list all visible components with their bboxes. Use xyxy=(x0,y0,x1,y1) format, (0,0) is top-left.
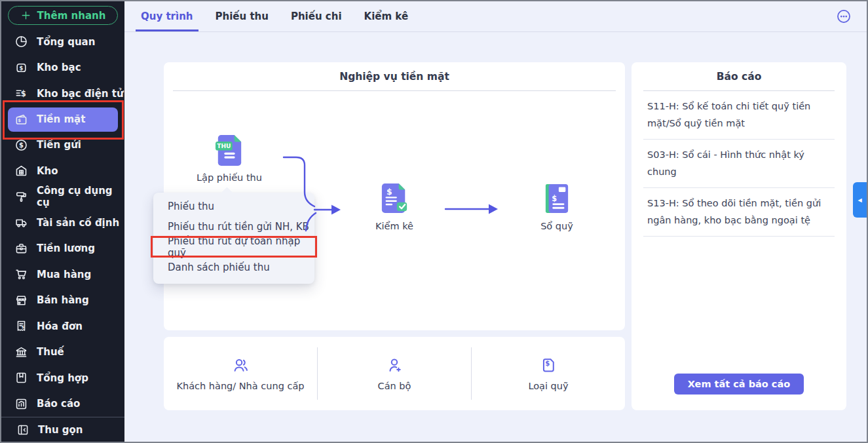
staff-icon xyxy=(386,356,404,374)
tab-quy-trinh[interactable]: Quy trình xyxy=(136,1,198,31)
shortcut-staff[interactable]: Cán bộ xyxy=(318,337,471,410)
report-list: S11-H: Sổ kế toán chi tiết quỹ tiền mặt/… xyxy=(632,91,846,237)
process-panel-title: Nghiệp vụ tiền mặt xyxy=(164,62,625,90)
sidebar-item-cash[interactable]: $Tiền mặt xyxy=(8,107,118,132)
receipt-thu-icon: THU xyxy=(215,134,244,168)
sidebar-nav: Tổng quan$Kho bạc$Kho bạc điện tử$Tiền m… xyxy=(1,29,124,417)
shortcut-label: Cán bộ xyxy=(378,381,411,391)
sidebar-item-label: Kho xyxy=(37,165,58,177)
main-area: Quy trìnhPhiếu thuPhiếu chiKiểm kê Nghiệ… xyxy=(124,1,867,442)
shortcut-label: Loại quỹ xyxy=(528,381,568,391)
tab-bar: Quy trìnhPhiếu thuPhiếu chiKiểm kê xyxy=(136,1,413,31)
flow-node-so-quy[interactable]: $ Sổ quỹ xyxy=(508,183,606,231)
svg-text:THU: THU xyxy=(217,143,231,149)
svg-text:$: $ xyxy=(21,89,26,98)
sidebar-item-label: Công cụ dụng cụ xyxy=(37,185,124,208)
chevron-left-icon: ◀ xyxy=(858,197,861,203)
sidebar-item-label: Tiền gửi xyxy=(37,139,81,151)
sidebar-item-tools[interactable]: Công cụ dụng cụ xyxy=(1,184,124,210)
tax-icon xyxy=(14,345,28,359)
report-item[interactable]: S11-H: Sổ kế toán chi tiết quỹ tiền mặt/… xyxy=(643,91,835,140)
svg-text:$: $ xyxy=(18,118,21,123)
sidebar-item-purchase[interactable]: Mua hàng xyxy=(1,261,124,288)
shortcut-fund-type[interactable]: $Loại quỹ xyxy=(472,337,625,410)
tab-phieu-chi[interactable]: Phiếu chi xyxy=(286,1,347,31)
flow-node-label: Lập phiếu thu xyxy=(197,172,262,183)
general-ledger-icon xyxy=(14,371,28,385)
sidebar-item-treasury[interactable]: $Kho bạc xyxy=(1,55,124,81)
sidebar-item-general-ledger[interactable]: Tổng hợp xyxy=(1,365,124,391)
flow-node-kiem-ke[interactable]: $ Kiểm kê xyxy=(345,183,443,231)
sidebar-item-label: Hóa đơn xyxy=(37,320,83,332)
plus-icon xyxy=(20,10,31,21)
phieu-thu-dropdown: Phiếu thuPhiếu thu rút tiền gửi NH, KBPh… xyxy=(153,193,314,284)
tab-phieu-thu[interactable]: Phiếu thu xyxy=(210,1,274,31)
sidebar-item-label: Kho bạc xyxy=(37,62,81,73)
dropdown-item[interactable]: Phiếu thu xyxy=(153,196,314,216)
customers-icon xyxy=(232,356,250,374)
sidebar-item-label: Mua hàng xyxy=(37,269,91,280)
sidebar-item-label: Tổng hợp xyxy=(37,372,88,384)
flow-node-lap-phieu-thu[interactable]: THU Lập phiếu thu xyxy=(180,134,278,183)
sidebar-item-warehouse[interactable]: Kho xyxy=(1,158,124,184)
dropdown-item[interactable]: Phiếu thu rút tiền gửi NH, KB xyxy=(153,216,314,237)
purchase-icon xyxy=(14,267,28,281)
svg-text:$: $ xyxy=(387,187,392,197)
report-item[interactable]: S13-H: Sổ theo dõi tiền mặt, tiền gửi ng… xyxy=(643,188,835,237)
svg-text:$: $ xyxy=(545,360,550,367)
sidebar-item-label: Thuế xyxy=(37,346,64,358)
reports-panel-title: Báo cáo xyxy=(632,62,846,90)
report-item[interactable]: S03-H: Sổ cái - Hình thức nhật ký chung xyxy=(643,140,835,188)
dropdown-item[interactable]: Phiếu thu rút dự toán nhập quỹ xyxy=(153,237,314,257)
collapse-icon xyxy=(16,423,29,436)
svg-text:$: $ xyxy=(552,194,557,203)
reports-icon xyxy=(14,397,28,411)
more-options-icon[interactable] xyxy=(837,9,851,24)
sidebar-item-salary[interactable]: Tiền lương xyxy=(1,236,124,262)
sidebar-item-overview-pie[interactable]: Tổng quan xyxy=(1,29,124,55)
sidebar: Thêm nhanh Tổng quan$Kho bạc$Kho bạc điệ… xyxy=(1,1,124,442)
collapse-label: Thu gọn xyxy=(38,424,83,436)
flow-node-label: Sổ quỹ xyxy=(540,221,573,231)
tab-kiem-ke[interactable]: Kiểm kê xyxy=(359,1,414,31)
app-window: Thêm nhanh Tổng quan$Kho bạc$Kho bạc điệ… xyxy=(0,0,868,443)
sidebar-item-label: Tổng quan xyxy=(37,36,95,48)
sidebar-item-label: Bán hàng xyxy=(37,294,89,306)
sidebar-item-label: Báo cáo xyxy=(37,398,80,410)
panel-collapse-toggle[interactable]: ◀ xyxy=(853,182,867,218)
sidebar-item-deposit[interactable]: $Tiền gửi xyxy=(1,132,124,159)
inventory-check-icon: $ xyxy=(380,183,409,217)
cash-icon: $ xyxy=(14,113,28,126)
content: Nghiệp vụ tiền mặt THU Lập phiếu t xyxy=(124,32,867,442)
salary-icon xyxy=(14,242,28,256)
e-treasury-icon: $ xyxy=(14,87,28,100)
svg-text:$: $ xyxy=(19,142,24,149)
overview-pie-icon xyxy=(14,35,28,48)
title-rule xyxy=(173,90,616,91)
sidebar-item-sales[interactable]: Bán hàng xyxy=(1,288,124,314)
reports-panel: Báo cáo S11-H: Sổ kế toán chi tiết quỹ t… xyxy=(632,62,846,410)
sidebar-item-label: Kho bạc điện tử xyxy=(37,88,124,100)
sidebar-item-reports[interactable]: Báo cáo xyxy=(1,391,124,417)
flow-node-label: Kiểm kê xyxy=(375,221,413,231)
shortcuts-panel: Khách hàng/ Nhà cung cấpCán bộ$Loại quỹ xyxy=(164,337,625,410)
quick-add-button[interactable]: Thêm nhanh xyxy=(8,6,118,25)
treasury-icon: $ xyxy=(14,61,28,75)
quick-add-label: Thêm nhanh xyxy=(37,10,106,22)
sidebar-item-e-treasury[interactable]: $Kho bạc điện tử xyxy=(1,81,124,107)
sidebar-collapse-button[interactable]: Thu gọn xyxy=(1,417,124,442)
view-all-reports-button[interactable]: Xem tất cả báo cáo xyxy=(674,374,804,395)
svg-text:$: $ xyxy=(20,65,24,71)
warehouse-icon xyxy=(14,164,28,178)
shortcut-label: Khách hàng/ Nhà cung cấp xyxy=(176,381,304,391)
sidebar-item-invoice[interactable]: $Hóa đơn xyxy=(1,313,124,339)
sidebar-item-label: Tiền lương xyxy=(37,242,95,254)
shortcut-customers[interactable]: Khách hàng/ Nhà cung cấp xyxy=(164,337,317,410)
sidebar-item-tax[interactable]: Thuế xyxy=(1,339,124,366)
dropdown-item[interactable]: Danh sách phiếu thu xyxy=(153,257,314,277)
topbar: Quy trìnhPhiếu thuPhiếu chiKiểm kê xyxy=(124,1,867,32)
sidebar-item-label: Tài sản cố định xyxy=(37,217,119,229)
sidebar-item-fixed-asset[interactable]: Tài sản cố định xyxy=(1,210,124,236)
sidebar-item-label: Tiền mặt xyxy=(37,113,85,125)
sales-icon xyxy=(14,294,28,307)
